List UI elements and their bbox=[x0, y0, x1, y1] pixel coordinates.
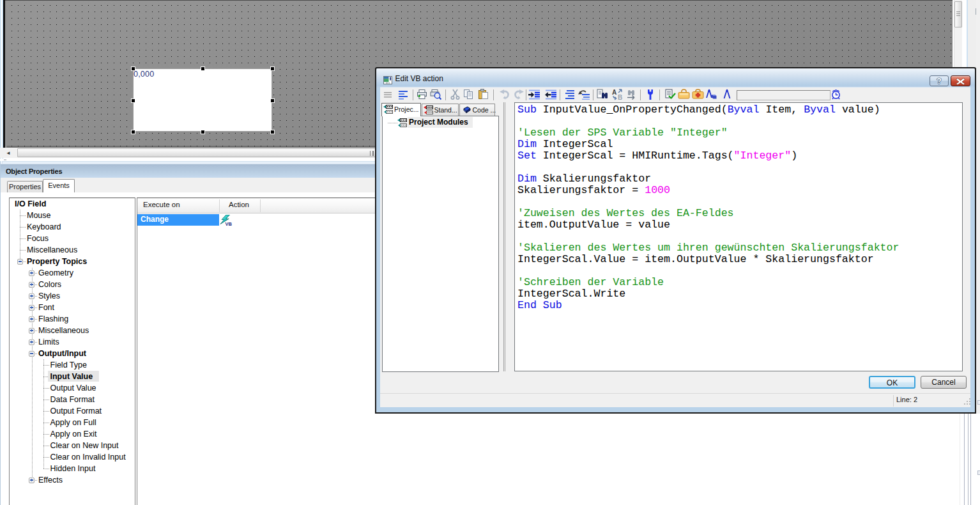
svg-text:B: B bbox=[618, 94, 622, 101]
svg-text:VB: VB bbox=[226, 221, 233, 226]
svg-text:?: ? bbox=[937, 76, 942, 86]
svg-text:A: A bbox=[612, 89, 616, 96]
